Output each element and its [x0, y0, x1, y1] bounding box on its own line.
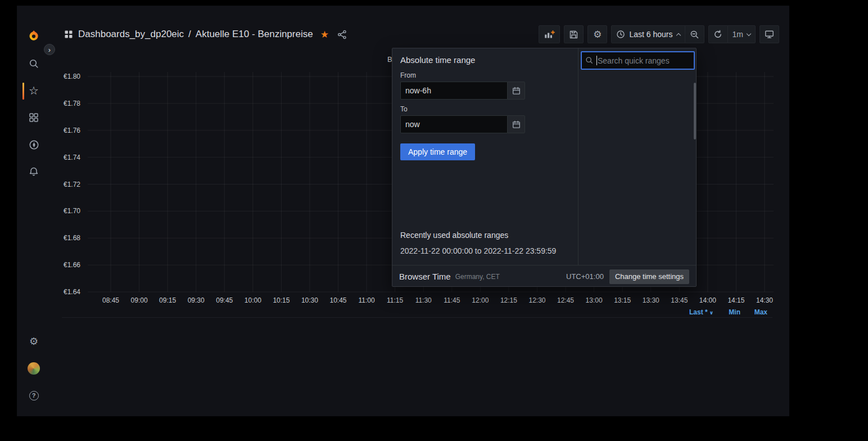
y-axis-label: €1.74 [51, 154, 80, 161]
sidebar-item-configuration[interactable]: ⚙ [27, 335, 40, 348]
x-axis-label: 09:15 [159, 296, 176, 304]
breadcrumb-folder[interactable]: Dashboards_by_dp20eic [78, 29, 184, 40]
sidebar-item-starred[interactable]: ☆ [27, 84, 40, 97]
x-axis-label: 14:15 [727, 296, 744, 304]
absolute-time-section: Absolute time range From To Apply time r… [392, 48, 578, 265]
calendar-icon [512, 120, 521, 129]
x-axis-label: 13:45 [671, 296, 688, 304]
x-axis-label: 13:15 [614, 296, 631, 304]
kiosk-mode-button[interactable] [760, 25, 779, 43]
timezone-name: Germany, CET [455, 273, 500, 281]
sidebar-item-search[interactable] [27, 57, 40, 70]
breadcrumb-separator: / [188, 29, 191, 40]
apply-time-range-button[interactable]: Apply time range [400, 143, 475, 160]
save-icon [569, 30, 578, 39]
x-axis-label: 11:30 [415, 296, 432, 304]
chevron-down-icon [747, 31, 751, 35]
sidebar-item-explore[interactable] [27, 138, 40, 151]
x-axis-label: 11:00 [359, 296, 375, 304]
x-axis-label: 10:30 [301, 296, 318, 304]
refresh-interval-button[interactable]: 1m [727, 25, 756, 43]
time-range-label: Last 6 hours [629, 30, 672, 39]
recently-used-range[interactable]: 2022-11-22 00:00:00 to 2022-11-22 23:59:… [400, 246, 556, 255]
time-range-button[interactable]: Last 6 hours [611, 25, 685, 43]
x-axis-label: 13:00 [586, 296, 603, 304]
search-icon [29, 58, 39, 69]
dashboards-grid-icon [29, 112, 39, 123]
from-input[interactable] [400, 82, 507, 100]
search-icon [585, 56, 593, 64]
browser-time-label: Browser Time [399, 272, 451, 281]
add-panel-button[interactable] [539, 25, 560, 43]
calendar-icon [512, 87, 521, 95]
sidebar-item-dashboards[interactable] [27, 111, 40, 124]
scrollbar-thumb[interactable] [694, 83, 696, 140]
y-axis-label: €1.76 [51, 127, 80, 134]
quick-range-search [581, 51, 695, 70]
utc-offset: UTC+01:00 [566, 272, 604, 281]
y-axis-label: €1.78 [51, 100, 80, 107]
change-time-settings-button[interactable]: Change time settings [609, 269, 689, 284]
sidebar-expand-button[interactable]: › [44, 44, 55, 55]
share-icon [337, 30, 347, 39]
quick-range-search-input[interactable] [581, 51, 695, 70]
grafana-logo[interactable] [27, 29, 40, 43]
y-axis-label: €1.66 [51, 261, 80, 269]
quick-range-list [578, 74, 697, 265]
legend-column-min[interactable]: Min [713, 308, 740, 316]
avatar [28, 362, 40, 375]
x-axis-label: 09:45 [216, 296, 233, 304]
breadcrumb-dashboard: Aktuelle E10 - Benzinpreise [196, 29, 313, 40]
refresh-button[interactable] [708, 25, 728, 43]
y-axis-label: €1.70 [51, 207, 80, 215]
to-input-row [400, 115, 525, 133]
legend-column-max[interactable]: Max [740, 308, 767, 316]
sidebar-item-alerting[interactable] [27, 165, 40, 178]
bell-icon [29, 166, 39, 177]
x-axis-label: 14:00 [699, 296, 716, 304]
sidebar-item-help[interactable]: ? [27, 389, 40, 402]
absolute-time-title: Absolute time range [400, 55, 570, 65]
legend-table: Last *∨ Min Max [62, 307, 772, 318]
x-axis-label: 12:00 [472, 296, 489, 304]
help-icon: ? [29, 391, 39, 400]
zoom-out-icon [690, 30, 699, 39]
breadcrumb: Dashboards_by_dp20eic / Aktuelle E10 - B… [78, 29, 313, 40]
gear-icon: ⚙ [29, 336, 38, 346]
legend-column-last[interactable]: Last *∨ [682, 308, 713, 316]
legend-header: Last *∨ Min Max [62, 307, 772, 317]
gear-icon: ⚙ [593, 30, 602, 39]
time-controls-group: Last 6 hours [611, 25, 704, 43]
from-calendar-button[interactable] [507, 82, 525, 100]
to-label: To [400, 105, 570, 113]
text-cursor [596, 56, 597, 65]
y-axis-label: €1.72 [51, 181, 80, 188]
x-axis-label: 09:30 [188, 296, 205, 304]
sidebar: ☆ ⚙ ? [17, 6, 51, 416]
sidebar-active-indicator [22, 83, 24, 100]
x-axis-label: 12:30 [528, 296, 545, 304]
x-axis-label: 14:30 [756, 296, 773, 304]
x-axis-label: 10:00 [245, 296, 261, 304]
add-panel-icon [544, 30, 555, 39]
refresh-icon [713, 30, 722, 39]
refresh-controls-group: 1m [708, 25, 756, 43]
share-button[interactable] [337, 30, 347, 39]
time-range-picker-dropdown: Absolute time range From To Apply time r… [392, 48, 697, 287]
save-dashboard-button[interactable] [564, 25, 584, 43]
monitor-icon [765, 30, 774, 39]
timezone-footer: Browser Time Germany, CET UTC+01:00 Chan… [392, 265, 696, 287]
y-axis-label: €1.64 [51, 288, 80, 296]
favorite-star-icon[interactable]: ★ [320, 29, 329, 40]
y-axis-label: €1.68 [51, 234, 80, 242]
sidebar-item-profile[interactable] [27, 362, 40, 375]
to-calendar-button[interactable] [507, 115, 525, 133]
star-outline-icon: ☆ [29, 84, 39, 97]
x-axis-label: 11:15 [387, 296, 403, 304]
dashboard-settings-button[interactable]: ⚙ [587, 25, 607, 43]
x-axis-label: 08:45 [102, 296, 119, 304]
x-axis-label: 10:15 [273, 296, 290, 304]
to-input[interactable] [400, 115, 507, 133]
zoom-out-button[interactable] [685, 25, 704, 43]
sort-caret-icon: ∨ [709, 310, 713, 316]
